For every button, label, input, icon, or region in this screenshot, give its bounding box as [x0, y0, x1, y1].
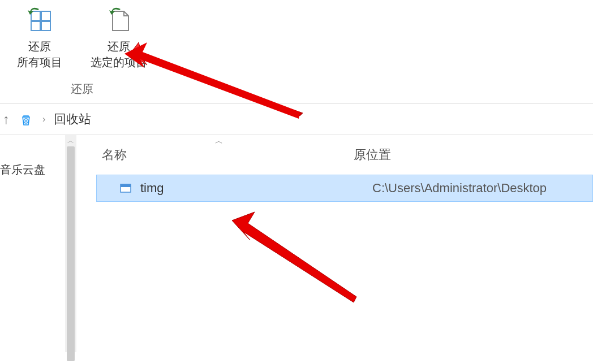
file-icon [119, 182, 132, 194]
sort-indicator-icon: ︿ [215, 136, 223, 146]
file-name: timg [140, 181, 372, 196]
breadcrumb-separator: › [42, 114, 45, 124]
restore-selected-button[interactable]: 还原 选定的项目 [85, 3, 153, 73]
sidebar: 音乐云盘 ︿ [0, 135, 76, 352]
svg-rect-2 [31, 21, 40, 31]
svg-rect-1 [41, 11, 50, 20]
svg-rect-0 [31, 11, 40, 20]
svg-rect-6 [121, 184, 131, 187]
restore-selected-label: 还原 选定的项目 [91, 38, 147, 70]
sidebar-scrollbar[interactable]: ︿ [65, 135, 76, 352]
recycle-bin-icon[interactable] [18, 111, 34, 127]
file-row[interactable]: timg C:\Users\Administrator\Desktop [96, 175, 593, 202]
restore-all-label: 还原 所有项目 [17, 38, 62, 70]
up-arrow-button[interactable]: ↑ [0, 111, 10, 127]
breadcrumb-bar: ↑ › 回收站 [0, 104, 593, 135]
ribbon-toolbar: 还原 所有项目 还原 选定的项目 还原 [0, 0, 593, 104]
scrollbar-up-arrow[interactable]: ︿ [65, 135, 76, 146]
file-location: C:\Users\Administrator\Desktop [372, 181, 547, 196]
ribbon-group-label: 还原 [71, 73, 93, 103]
restore-all-icon [25, 6, 54, 34]
ribbon-group-restore: 还原 所有项目 还原 选定的项目 还原 [11, 3, 153, 103]
column-header-name[interactable]: ︿ 名称 [102, 146, 354, 163]
column-headers: ︿ 名称 原位置 [76, 135, 593, 175]
column-header-location[interactable]: 原位置 [354, 146, 593, 163]
svg-rect-3 [41, 21, 50, 31]
restore-selected-icon [105, 6, 133, 34]
breadcrumb-location[interactable]: 回收站 [54, 111, 91, 128]
content-area: 音乐云盘 ︿ ︿ 名称 原位置 timg C:\Users\Administra… [0, 135, 593, 352]
restore-all-button[interactable]: 还原 所有项目 [11, 3, 68, 73]
scrollbar-thumb[interactable] [67, 146, 75, 361]
file-list-area: ︿ 名称 原位置 timg C:\Users\Administrator\Des… [76, 135, 593, 352]
